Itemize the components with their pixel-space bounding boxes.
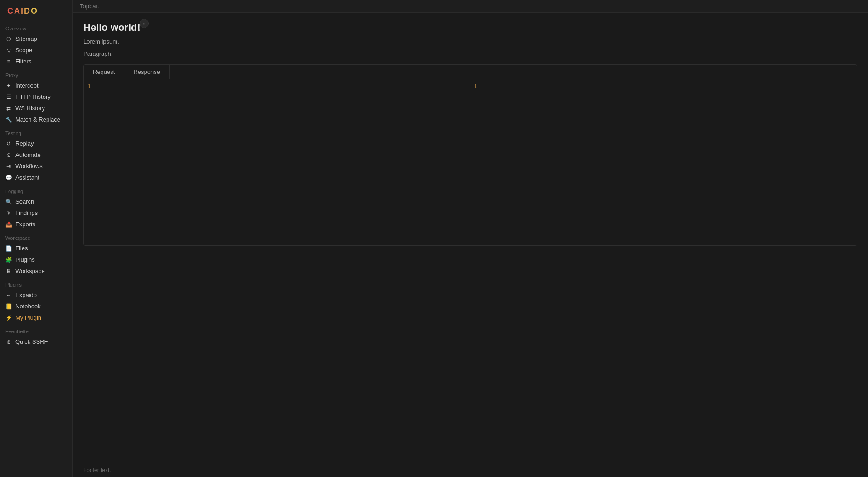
sidebar-item-expaido[interactable]: ↔Expaido (0, 289, 72, 301)
sidebar-item-sitemap[interactable]: ⬡Sitemap (0, 33, 72, 44)
sidebar-item-ws-history[interactable]: ⇄WS History (0, 102, 72, 114)
sidebar-item-http-history[interactable]: ☰HTTP History (0, 91, 72, 102)
page-title: Hello world! (83, 22, 857, 34)
logo: CAIDO (0, 0, 72, 20)
logo-a: A (14, 6, 21, 15)
sidebar-section-evenbetter: EvenBetter (0, 323, 72, 336)
response-line-number: 1 (474, 83, 477, 89)
http-history-icon: ☰ (5, 94, 12, 100)
sidebar-label-exports: Exports (15, 221, 35, 228)
main-content: Topbar. Hello world! Lorem ipsum. Paragr… (73, 0, 868, 477)
collapse-sidebar-button[interactable]: « (140, 19, 149, 28)
plugins-icon: 🧩 (5, 257, 12, 263)
sidebar-label-sitemap: Sitemap (15, 35, 37, 42)
replay-icon: ↺ (5, 141, 12, 147)
sidebar-label-workflows: Workflows (15, 163, 43, 170)
logo-i: I (21, 6, 24, 15)
sidebar-item-match-replace[interactable]: 🔧Match & Replace (0, 114, 72, 125)
sidebar-section-plugins: Plugins (0, 277, 72, 289)
topbar-text: Topbar. (80, 3, 99, 10)
sidebar-section-testing: Testing (0, 125, 72, 138)
sidebar-label-quick-ssrf: Quick SSRF (15, 338, 48, 345)
exports-icon: 📤 (5, 221, 12, 228)
sidebar-section-logging: Logging (0, 183, 72, 196)
sidebar-label-filters: Filters (15, 58, 31, 65)
sidebar-item-findings[interactable]: ✳Findings (0, 207, 72, 219)
assistant-icon: 💬 (5, 175, 12, 181)
workspace-icon: 🖥 (5, 268, 12, 274)
files-icon: 📄 (5, 245, 12, 252)
expaido-icon: ↔ (5, 292, 12, 298)
sidebar: CAIDO Overview⬡Sitemap▽Scope≡FiltersProx… (0, 0, 73, 477)
sidebar-item-my-plugin[interactable]: ⚡My Plugin (0, 312, 72, 323)
content-area: Hello world! Lorem ipsum. Paragraph. Req… (73, 13, 868, 463)
logo-o: O (31, 6, 38, 15)
sidebar-section-workspace: Workspace (0, 230, 72, 243)
sidebar-label-my-plugin: My Plugin (15, 314, 41, 321)
scope-icon: ▽ (5, 47, 12, 54)
request-line-number: 1 (87, 83, 91, 89)
sidebar-section-proxy: Proxy (0, 67, 72, 80)
topbar: Topbar. (73, 0, 868, 13)
sidebar-item-filters[interactable]: ≡Filters (0, 56, 72, 67)
lorem-text: Lorem ipsum. (83, 38, 857, 45)
sidebar-label-scope: Scope (15, 47, 32, 54)
panel-header: Request Response (84, 65, 857, 79)
search-icon: 🔍 (5, 199, 12, 205)
intercept-icon: ✦ (5, 83, 12, 89)
footer-text: Footer text. (83, 467, 111, 473)
sidebar-sections: Overview⬡Sitemap▽Scope≡FiltersProxy✦Inte… (0, 20, 72, 347)
sidebar-item-workflows[interactable]: ⇥Workflows (0, 161, 72, 172)
sidebar-label-assistant: Assistant (15, 174, 39, 181)
sidebar-label-expaido: Expaido (15, 292, 37, 298)
my-plugin-icon: ⚡ (5, 315, 12, 321)
sidebar-item-plugins[interactable]: 🧩Plugins (0, 254, 72, 265)
footer: Footer text. (73, 463, 868, 477)
automate-icon: ⊙ (5, 152, 12, 158)
sidebar-item-intercept[interactable]: ✦Intercept (0, 80, 72, 91)
sidebar-item-automate[interactable]: ⊙Automate (0, 149, 72, 161)
sidebar-label-http-history: HTTP History (15, 93, 51, 100)
sidebar-label-findings: Findings (15, 209, 38, 216)
filters-icon: ≡ (5, 58, 12, 65)
panel-body: 1 1 (84, 79, 857, 245)
sidebar-label-plugins: Plugins (15, 256, 35, 263)
sitemap-icon: ⬡ (5, 36, 12, 42)
findings-icon: ✳ (5, 210, 12, 216)
sidebar-label-match-replace: Match & Replace (15, 116, 60, 123)
sidebar-item-exports[interactable]: 📤Exports (0, 219, 72, 230)
response-tab[interactable]: Response (124, 65, 170, 79)
sidebar-label-replay: Replay (15, 140, 34, 147)
request-tab[interactable]: Request (84, 65, 124, 79)
sidebar-section-overview: Overview (0, 20, 72, 33)
workflows-icon: ⇥ (5, 163, 12, 170)
notebook-icon: 📒 (5, 303, 12, 310)
sidebar-item-replay[interactable]: ↺Replay (0, 138, 72, 149)
ws-history-icon: ⇄ (5, 105, 12, 112)
sidebar-label-intercept: Intercept (15, 82, 39, 89)
sidebar-item-quick-ssrf[interactable]: ⊕Quick SSRF (0, 336, 72, 347)
sidebar-item-files[interactable]: 📄Files (0, 243, 72, 254)
logo-d: D (24, 6, 31, 15)
sidebar-label-files: Files (15, 245, 28, 252)
sidebar-item-workspace[interactable]: 🖥Workspace (0, 265, 72, 277)
quick-ssrf-icon: ⊕ (5, 339, 12, 345)
sidebar-item-search[interactable]: 🔍Search (0, 196, 72, 207)
paragraph-text: Paragraph. (83, 50, 857, 57)
sidebar-item-notebook[interactable]: 📒Notebook (0, 301, 72, 312)
sidebar-item-scope[interactable]: ▽Scope (0, 44, 72, 56)
request-response-panel: Request Response 1 1 (83, 64, 857, 246)
sidebar-label-automate: Automate (15, 151, 41, 158)
sidebar-item-assistant[interactable]: 💬Assistant (0, 172, 72, 183)
sidebar-label-ws-history: WS History (15, 105, 45, 112)
sidebar-label-workspace: Workspace (15, 268, 45, 274)
match-replace-icon: 🔧 (5, 117, 12, 123)
logo-c: C (7, 6, 14, 15)
response-pane[interactable]: 1 (470, 79, 857, 245)
sidebar-label-notebook: Notebook (15, 303, 41, 310)
request-pane[interactable]: 1 (84, 79, 470, 245)
sidebar-label-search: Search (15, 198, 34, 205)
